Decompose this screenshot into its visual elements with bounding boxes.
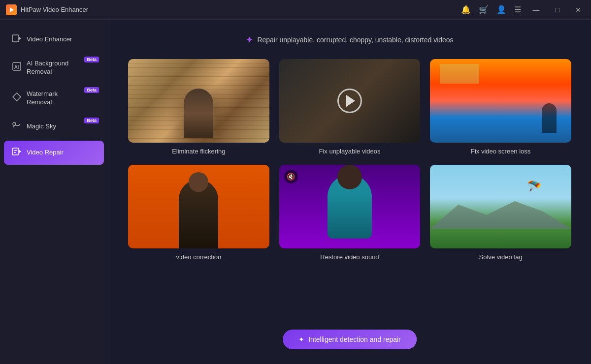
video-repair-icon [12,147,22,159]
intelligent-detection-button[interactable]: ✦ Intelligent detection and repair [283,330,417,349]
titlebar: HitPaw Video Enhancer 🔔 🛒 👤 ☰ — □ ✕ [0,0,591,20]
user-icon[interactable]: 👤 [496,5,506,14]
thumbnail-restore-sound: 🔇 [279,165,421,248]
content-area: ✦ Repair unplayable, corrupted, choppy, … [108,20,591,364]
sidebar-item-ai-background-removal[interactable]: AI AI BackgroundRemoval Beta [4,54,104,82]
app-logo [6,4,17,15]
correction-person [179,180,218,248]
close-button[interactable]: ✕ [571,4,585,16]
sidebar-item-label-video-repair: Video Repair [27,149,64,157]
grid-label-unplayable: Fix unplayable videos [319,148,380,155]
thumbnail-solve-lag: 🪂 [430,165,571,248]
video-enhancer-icon [12,33,22,46]
flicker-figure [184,89,213,138]
thumb-inner-sound: 🔇 [279,165,421,248]
svg-rect-8 [12,148,19,155]
watermark-removal-icon [12,92,22,104]
grid-item-fix-unplayable[interactable]: Fix unplayable videos [279,59,421,155]
app-title: HitPaw Video Enhancer [21,6,88,13]
sidebar-item-magic-sky[interactable]: Magic Sky Beta [4,115,104,139]
grid-item-video-correction[interactable]: video correction [128,165,269,261]
sidebar: Video Enhancer AI AI BackgroundRemoval B… [0,20,108,364]
thumb-inner-flickering [128,59,269,143]
grid-label-screen-loss: Fix video screen loss [471,148,530,155]
grid-item-eliminate-flickering[interactable]: Eliminate flickering [128,59,269,155]
sidebar-item-label-ai-bg: AI BackgroundRemoval [27,60,68,76]
sparkle-icon: ✦ [246,34,253,45]
play-circle [337,89,362,113]
svg-point-7 [13,122,16,125]
thumb-inner-unplayable [279,59,421,143]
ai-bg-removal-icon: AI [12,61,22,74]
menu-icon[interactable]: ☰ [514,5,521,14]
subtitle-bar: ✦ Repair unplayable, corrupted, choppy, … [246,34,453,45]
sidebar-item-watermark-removal[interactable]: WatermarkRemoval Beta [4,84,104,113]
svg-marker-9 [19,150,21,153]
magic-sky-beta-badge: Beta [84,118,99,123]
grid-label-lag: Solve video lag [479,253,523,261]
thumb-inner-correction [128,165,269,248]
sidebar-item-label-magic-sky: Magic Sky [27,122,56,131]
screenloss-figure [542,103,557,133]
titlebar-left: HitPaw Video Enhancer [6,4,88,15]
minimize-button[interactable]: — [529,4,544,16]
main-layout: Video Enhancer AI AI BackgroundRemoval B… [0,20,591,364]
mute-icon: 🔇 [284,170,298,183]
lag-mountain [430,194,571,229]
grid-label-sound: Restore video sound [320,253,379,261]
lag-paraglider: 🪂 [527,180,542,193]
sound-person [328,175,372,239]
play-triangle [346,95,355,107]
maximize-button[interactable]: □ [552,4,563,16]
thumb-inner-screenloss [430,59,571,143]
feature-grid: Eliminate flickering Fix unplayable vide… [128,59,571,261]
grid-item-restore-sound[interactable]: 🔇 Restore video sound [279,165,421,261]
grid-label-correction: video correction [176,253,221,261]
magic-sky-icon [12,121,22,133]
subtitle-text: Repair unplayable, corrupted, choppy, un… [257,36,453,44]
watermark-beta-badge: Beta [84,87,99,93]
thumbnail-eliminate-flickering [128,59,269,143]
svg-marker-6 [13,93,21,101]
notification-icon[interactable]: 🔔 [461,5,471,14]
svg-rect-2 [12,35,19,42]
svg-marker-3 [19,37,21,40]
thumb-inner-lag: 🪂 [430,165,571,248]
thumbnail-video-correction [128,165,269,248]
grid-item-solve-lag[interactable]: 🪂 Solve video lag [430,165,571,261]
svg-text:AI: AI [14,64,19,70]
grid-label-flickering: Eliminate flickering [172,148,225,155]
ai-bg-beta-badge: Beta [84,57,99,62]
screenloss-glitch [440,64,479,84]
cart-icon[interactable]: 🛒 [479,5,489,14]
sidebar-item-label-video-enhancer: Video Enhancer [27,35,72,44]
titlebar-right: 🔔 🛒 👤 ☰ — □ ✕ [461,4,585,16]
thumbnail-fix-unplayable [279,59,421,143]
cta-button-label: Intelligent detection and repair [308,335,401,343]
grid-item-fix-screen-loss[interactable]: Fix video screen loss [430,59,571,155]
sidebar-item-video-enhancer[interactable]: Video Enhancer [4,28,104,52]
sidebar-item-label-watermark: WatermarkRemoval [27,90,58,107]
thumbnail-fix-screen-loss [430,59,571,143]
sidebar-item-video-repair[interactable]: Video Repair [4,141,104,165]
sparkle-btn-icon: ✦ [298,335,304,343]
